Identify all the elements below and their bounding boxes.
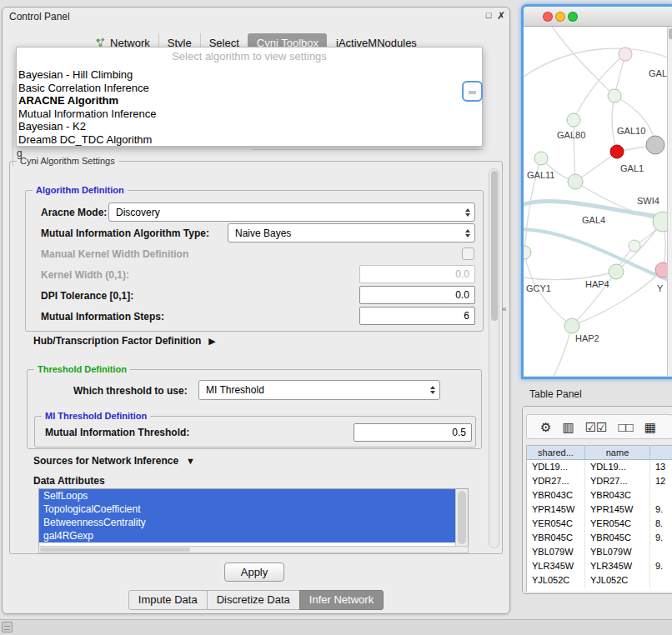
attribute-item-selfloops[interactable]: SelfLoops [39,489,455,502]
occluded-group-border [13,84,13,166]
aracne-mode-select[interactable]: Discovery [108,202,475,222]
network-node[interactable] [619,48,632,61]
mi-type-value: Naive Bayes [235,228,465,239]
table-row[interactable]: YBR045CYBR045C9. [527,531,672,545]
table-row[interactable]: YLR345WYLR345W9. [527,559,672,573]
table-cell [650,488,672,502]
dropdown-item-bayesian-hill-climbing[interactable]: Bayesian - Hill Climbing [17,68,482,82]
columns-icon[interactable]: ▥ [562,421,574,433]
algorithm-combo-button[interactable] [462,81,483,102]
node-label: HAP2 [575,333,599,343]
attribute-table: shared...name YDL19...YDL19...13YDR27...… [526,445,672,592]
table-toolbar: ⚙▥☑☑□□▦ [526,414,672,439]
collapse-down-icon: ▼ [186,456,195,466]
mi-threshold-label: Mutual Information Threshold: [45,427,189,439]
algorithm-dropdown-list: Bayesian - Hill ClimbingBasic Correlatio… [17,68,482,146]
table-cell: YDR27... [527,474,585,488]
tab-impute-data[interactable]: Impute Data [128,590,208,610]
network-node[interactable] [646,136,664,154]
network-edge[interactable] [552,326,572,376]
column-header-shared[interactable]: shared... [527,446,585,459]
network-canvas-svg: GALGAL80GAL10GAL11GAL1SWI4GAL4GCY1HAP4YH… [524,27,672,376]
table-row[interactable]: YBR043CYBR043C [527,488,672,502]
network-node[interactable] [610,145,624,158]
network-node[interactable] [564,318,579,333]
clipped-toolbar-icon[interactable]: ▦ [644,421,656,433]
hub-section-toggle[interactable]: Hub/Transcription Factor Definition ▶ [33,335,216,347]
table-row[interactable]: YER054CYER054C8. [527,517,672,531]
zoom-light[interactable] [568,12,578,22]
table-cell: YPR145W [585,502,650,517]
network-node[interactable] [568,174,583,189]
network-node[interactable] [609,264,624,279]
network-node[interactable] [534,152,548,165]
dropdown-item-mutual-information-inference[interactable]: Mutual Information Inference [17,108,482,121]
node-label: HAP4 [585,279,609,289]
table-cell: YJL052C [527,573,585,588]
network-edge[interactable] [614,96,655,145]
table-row[interactable]: YBL079WYBL079W [527,545,672,559]
network-window-titlebar[interactable] [524,7,672,27]
mi-steps-field[interactable]: 6 [359,307,475,325]
mi-type-select[interactable]: Naive Bayes [228,223,475,242]
table-body: YDL19...YDL19...13YDR27...YDR27...12YBR0… [527,460,672,588]
table-row[interactable]: YDL19...YDL19...13 [527,460,672,474]
table-cell: YBR045C [585,531,650,545]
traffic-lights [524,7,672,26]
column-header-col3[interactable] [650,446,672,459]
table-row[interactable]: YPR145WYPR145W9. [527,502,672,517]
occluded-combo-edge [253,149,484,150]
network-node[interactable] [524,246,531,259]
table-row[interactable]: YJL052CYJL052C [527,573,672,588]
attribute-item-betweennesscentrality[interactable]: BetweennessCentrality [39,516,455,529]
network-edge[interactable] [549,27,614,96]
scrollbar-thumb[interactable] [669,28,672,39]
sources-section-toggle[interactable]: Sources for Network Inference ▼ [33,455,195,467]
dropdown-item-basic-correlation-inference[interactable]: Basic Correlation Inference [17,82,482,95]
float-window-icon[interactable]: □ [483,10,494,23]
network-canvas[interactable]: GALGAL80GAL10GAL11GAL1SWI4GAL4GCY1HAP4YH… [524,27,672,376]
settings-vertical-scrollbar[interactable] [489,168,499,548]
cyni-algorithm-settings-group: Cyni Algorithm Settings Algorithm Defini… [9,161,503,554]
network-edge[interactable] [574,54,625,120]
table-header-row: shared...name [527,446,672,460]
dropdown-item-dream8-dc-tdc-algorithm[interactable]: Dream8 DC_TDC Algorithm [17,133,482,147]
network-node[interactable] [567,113,580,127]
which-threshold-select[interactable]: MI Threshold [198,380,440,400]
dock-panel-icon[interactable] [2,622,13,632]
attribute-item-gal4rgexp[interactable]: gal4RGexp [39,529,455,542]
select-all-columns-icon[interactable]: ☑☑ [585,421,608,433]
network-edge[interactable] [612,96,617,152]
kernel-width-field[interactable]: 0.0 [359,265,475,283]
node-label: GAL [649,68,667,78]
manual-kernel-checkbox[interactable] [462,248,474,260]
attributes-vertical-scrollbar[interactable] [455,489,468,546]
attributes-horizontal-scrollbar[interactable] [38,546,469,553]
attribute-item-topologicalcoefficient[interactable]: TopologicalCoefficient [39,502,455,516]
minimize-light[interactable] [555,12,565,22]
apply-button[interactable]: Apply [224,562,284,582]
tab-discretize-data[interactable]: Discretize Data [207,590,300,610]
tab-infer-network[interactable]: Infer Network [299,590,384,610]
network-node[interactable] [629,240,640,252]
scrollbar-thumb[interactable] [491,171,498,321]
gear-icon[interactable]: ⚙ [540,421,551,433]
mi-threshold-field[interactable]: 0.5 [354,423,472,442]
network-node[interactable] [608,89,621,102]
network-vertical-scrollbar[interactable] [667,27,672,376]
panel-collapse-handle[interactable]: « [502,304,507,313]
table-cell: YBR043C [585,488,650,502]
table-cell: YJL052C [585,573,650,588]
dropdown-item-aracne-algorithm[interactable]: ARACNE Algorithm [17,94,482,108]
close-light[interactable] [543,12,553,22]
close-icon[interactable]: ✗ [495,10,507,23]
column-header-name[interactable]: name [585,446,650,459]
dpi-tolerance-field[interactable]: 0.0 [359,286,475,304]
dropdown-item-bayesian-k2[interactable]: Bayesian - K2 [17,120,482,133]
scrollbar-thumb[interactable] [458,491,466,544]
table-row[interactable]: YDR27...YDR27...12 [527,474,672,488]
data-attributes-label: Data Attributes [33,475,105,488]
node-label: GAL4 [582,215,605,225]
scrollbar-thumb[interactable] [40,548,190,552]
unselect-all-columns-icon[interactable]: □□ [619,421,634,433]
